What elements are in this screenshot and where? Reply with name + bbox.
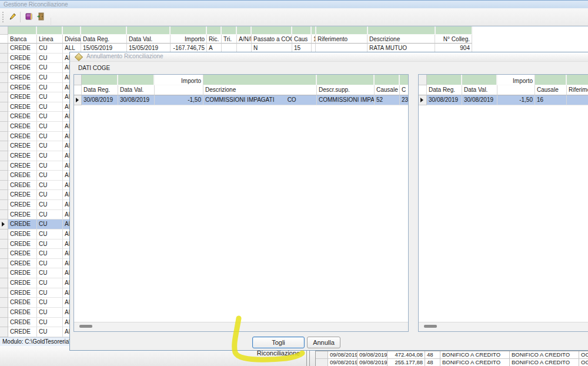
cell[interactable]: 30/08/2019 <box>427 95 462 105</box>
cell[interactable]: CREDE <box>8 102 37 112</box>
cell[interactable]: -1,50 <box>155 95 203 105</box>
column-header[interactable]: Data Reg. <box>82 85 118 95</box>
cell[interactable]: CU <box>37 210 63 220</box>
row-header-cell[interactable] <box>0 181 8 191</box>
column-header[interactable]: Data Reg. <box>427 85 462 95</box>
cell[interactable]: COMMISSIONI IMPAGATI <box>317 95 375 105</box>
column-header[interactable]: Causale <box>535 85 567 95</box>
column-header[interactable] <box>419 85 427 95</box>
header-cell[interactable] <box>37 26 63 35</box>
cell[interactable]: CREDE <box>8 141 37 151</box>
header-cell[interactable] <box>436 26 473 35</box>
row-header-cell[interactable] <box>0 259 8 269</box>
cell[interactable]: 23 <box>400 95 409 105</box>
annulla-button[interactable]: Annulla <box>307 337 340 348</box>
header-cell[interactable] <box>427 75 462 85</box>
cell[interactable]: CU <box>37 278 63 288</box>
column-header[interactable]: 1 <box>312 35 316 44</box>
header-cell[interactable] <box>207 26 222 35</box>
cell[interactable]: CREDE <box>8 73 37 83</box>
row-header-cell[interactable] <box>0 298 8 308</box>
cell[interactable]: BONIFICO A CREDITO <box>440 359 510 366</box>
column-header[interactable]: Caus <box>292 35 312 44</box>
row-header-cell[interactable] <box>0 200 8 210</box>
header-cell[interactable] <box>8 26 37 35</box>
row-header-cell[interactable] <box>0 278 8 288</box>
cell[interactable]: CREDE <box>8 229 37 239</box>
row-header-cell[interactable] <box>0 308 8 318</box>
cell[interactable]: CREDE <box>8 259 37 269</box>
importo-header-cell[interactable]: Importo <box>155 75 203 85</box>
row-header-cell[interactable] <box>0 63 8 73</box>
cell[interactable]: CU <box>37 83 63 93</box>
cell[interactable]: CU <box>37 44 63 54</box>
cell[interactable]: 09/08/2019 <box>328 359 358 366</box>
column-header[interactable] <box>497 85 535 95</box>
column-header[interactable]: A/N/P <box>237 35 252 44</box>
row-header-cell[interactable] <box>0 219 8 229</box>
cell[interactable] <box>567 95 588 105</box>
row-header-cell[interactable] <box>316 351 328 359</box>
cell[interactable]: COMMISSIONI IMPAGATI CO <box>203 95 317 105</box>
togli-riconciliazione-button[interactable]: Togli Riconciliazione <box>252 337 305 348</box>
row-header-cell[interactable] <box>0 210 8 220</box>
cell[interactable]: CU <box>37 288 63 298</box>
cell[interactable]: CU <box>37 112 63 122</box>
header-cell[interactable] <box>252 26 292 35</box>
table-row[interactable]: 09/08/201909/08/2019255.177,8848BONIFICO… <box>316 359 588 366</box>
header-cell[interactable] <box>400 75 409 85</box>
cell[interactable]: CREDE <box>8 171 37 181</box>
cell[interactable]: 48 <box>425 359 440 366</box>
cell[interactable]: CU <box>37 161 63 171</box>
column-header[interactable]: Data Val. <box>127 35 171 44</box>
cell[interactable]: CREDE <box>8 239 37 249</box>
cell[interactable]: CU <box>37 132 63 142</box>
row-header-cell[interactable] <box>0 268 8 278</box>
cell[interactable]: CU <box>37 122 63 132</box>
row-header-cell[interactable] <box>0 44 8 54</box>
column-header[interactable] <box>0 35 8 44</box>
cell[interactable]: OCYY <box>579 351 588 359</box>
cell[interactable]: CU <box>37 249 63 259</box>
header-cell[interactable] <box>74 75 82 85</box>
header-cell[interactable] <box>375 75 400 85</box>
cell[interactable]: CREDE <box>8 200 37 210</box>
cell[interactable]: 09/08/2019 <box>328 351 358 359</box>
row-header-cell[interactable] <box>0 229 8 239</box>
cell[interactable]: BONIFICO A CREDITO <box>510 359 579 366</box>
cell[interactable]: CU <box>37 190 63 200</box>
scrollbar-thumb[interactable] <box>424 325 437 328</box>
cell[interactable]: 48 <box>425 351 440 359</box>
cell[interactable]: CU <box>37 268 63 278</box>
column-header[interactable]: C <box>400 85 409 95</box>
column-header[interactable]: Causale <box>375 85 400 95</box>
row-header-cell[interactable] <box>419 95 427 105</box>
cell[interactable]: CREDE <box>8 298 37 308</box>
cell[interactable]: CREDE <box>8 132 37 142</box>
cell[interactable]: CREDE <box>8 44 37 54</box>
header-cell[interactable] <box>203 75 317 85</box>
header-cell[interactable] <box>535 75 567 85</box>
row-header-cell[interactable] <box>0 190 8 200</box>
cell[interactable]: CREDE <box>8 161 37 171</box>
cell[interactable]: CREDE <box>8 249 37 259</box>
cell[interactable]: CREDE <box>8 63 37 73</box>
cell[interactable]: CREDE <box>8 308 37 318</box>
cell[interactable]: CREDE <box>8 122 37 132</box>
header-cell[interactable] <box>63 26 81 35</box>
cell[interactable]: 255.177,88 <box>387 359 425 366</box>
row-header-cell[interactable] <box>0 102 8 112</box>
column-header[interactable]: Data Val. <box>462 85 497 95</box>
header-cell[interactable] <box>419 75 427 85</box>
cell[interactable]: OCYY <box>579 359 588 366</box>
row-header-cell[interactable] <box>0 171 8 181</box>
cell[interactable]: CREDE <box>8 318 37 328</box>
row-header-cell[interactable] <box>0 122 8 132</box>
row-header-cell[interactable] <box>0 318 8 328</box>
horizontal-scrollbar[interactable] <box>419 322 588 331</box>
header-cell[interactable] <box>171 26 207 35</box>
table-row[interactable]: 09/08/201909/08/2019472.404,0848BONIFICO… <box>316 351 588 359</box>
cell[interactable]: CREDE <box>8 151 37 161</box>
row-header-cell[interactable] <box>316 359 328 366</box>
toolbar-grip-handle[interactable] <box>2 12 4 23</box>
